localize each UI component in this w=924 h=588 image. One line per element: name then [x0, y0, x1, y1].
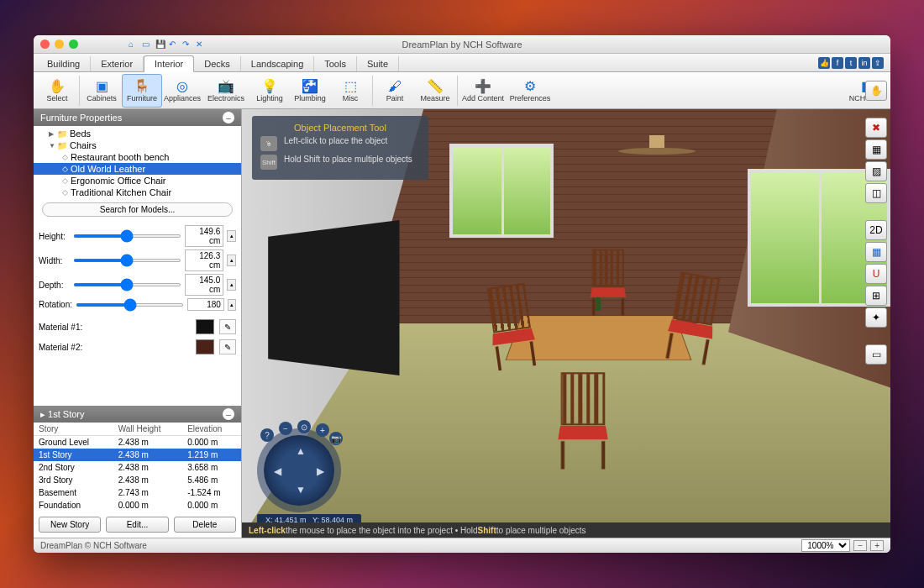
texture-tool-icon[interactable]: ▨ [865, 161, 887, 181]
story-row[interactable]: 2nd Story2.438 m3.658 m [34, 461, 241, 474]
nav-help-button[interactable]: ? [260, 428, 274, 442]
cancel-icon[interactable]: ✕ [196, 39, 206, 50]
dimension-tool-icon[interactable]: ⊞ [865, 286, 887, 306]
collapse-panel-button[interactable]: – [223, 112, 234, 123]
zoom-select[interactable]: 1000% [801, 539, 850, 552]
plumbing-tool[interactable]: 🚰Plumbing [290, 74, 330, 108]
search-models-button[interactable]: Search for Models... [42, 202, 233, 217]
redo-icon[interactable]: ↷ [182, 39, 192, 50]
tab-decks[interactable]: Decks [194, 56, 241, 71]
add-content-tool[interactable]: ➕Add Content [459, 74, 507, 108]
share-icon[interactable]: ⇪ [872, 57, 884, 69]
screenshot-tool-icon[interactable]: ▭ [865, 344, 887, 365]
measure-tool[interactable]: 📏Measure [415, 74, 455, 108]
nav-zoom-out-button[interactable]: − [279, 422, 292, 435]
rotation-value[interactable]: 180 [187, 298, 224, 311]
nav-camera-button[interactable]: 📷 [329, 432, 343, 445]
view-2d-tool-icon[interactable]: 2D [865, 220, 887, 240]
hint-bar: Left-click the mouse to place the object… [242, 522, 890, 538]
delete-tool-icon[interactable]: ✖ [865, 118, 887, 138]
tree-item-ergo[interactable]: ◇Ergonomic Office Chair [34, 175, 241, 186]
nav-left-button[interactable]: ◀ [274, 465, 281, 477]
edit-story-button[interactable]: Edit... [106, 517, 168, 533]
misc-tool[interactable]: ⬚Misc [330, 74, 370, 108]
faucet-icon: 🚰 [302, 79, 318, 94]
tree-item-booth[interactable]: ◇Restaurant booth bench [34, 151, 241, 163]
tree-folder-beds[interactable]: ▶📁Beds [34, 128, 241, 139]
minimize-window-button[interactable] [55, 39, 64, 49]
main-area: Furniture Properties – ▶📁Beds ▼📁Chairs ◇… [34, 109, 890, 538]
nav-zoom-in-button[interactable]: + [316, 423, 329, 437]
facebook-icon[interactable]: f [832, 57, 843, 69]
depth-slider[interactable] [73, 283, 181, 286]
story-row[interactable]: Foundation0.000 m0.000 m [34, 499, 241, 512]
nav-right-button[interactable]: ▶ [317, 465, 324, 477]
snap-tool-icon[interactable]: U [865, 264, 887, 284]
paint-tool[interactable]: 🖌Paint [375, 74, 415, 108]
depth-stepper[interactable]: ▴ [227, 279, 236, 291]
undo-icon[interactable]: ↶ [169, 39, 179, 50]
story-row[interactable]: Ground Level2.438 m0.000 m [34, 436, 241, 449]
pan-tool-icon[interactable]: ✋ [865, 81, 887, 101]
story-row[interactable]: Basement2.743 m-1.524 m [34, 486, 241, 499]
close-window-button[interactable] [40, 39, 50, 49]
story-row[interactable]: 1st Story2.438 m1.219 m [34, 449, 241, 461]
twitter-icon[interactable]: t [845, 57, 857, 69]
cabinets-tool[interactable]: ▣Cabinets [81, 74, 122, 108]
tab-exterior[interactable]: Exterior [91, 56, 144, 71]
select-tool[interactable]: ✋Select [37, 74, 77, 108]
home-icon[interactable]: ⌂ [129, 39, 139, 50]
grid-tool-icon[interactable]: ▦ [865, 242, 887, 262]
save-icon[interactable]: 💾 [155, 39, 165, 50]
width-stepper[interactable]: ▴ [227, 255, 236, 266]
height-value[interactable]: 149.6 cm [185, 225, 224, 247]
layers-tool-icon[interactable]: ◫ [865, 183, 887, 203]
nav-up-button[interactable]: ▲ [296, 445, 306, 457]
rotation-stepper[interactable]: ▴ [228, 299, 236, 311]
width-value[interactable]: 126.3 cm [185, 249, 224, 271]
tab-suite[interactable]: Suite [357, 56, 399, 71]
height-stepper[interactable]: ▴ [227, 230, 236, 242]
furniture-tool[interactable]: 🪑Furniture [122, 74, 162, 108]
material-1-edit[interactable]: ✎ [219, 319, 236, 334]
story-row[interactable]: 3rd Story2.438 m5.486 m [34, 474, 241, 486]
lamp-icon: 💡 [261, 79, 278, 94]
electronics-tool[interactable]: 📺Electronics [202, 74, 249, 108]
zoom-out-button[interactable]: − [853, 540, 867, 551]
collapse-story-button[interactable]: – [223, 408, 234, 420]
height-slider[interactable] [73, 234, 181, 238]
delete-story-button[interactable]: Delete [174, 517, 236, 533]
nav-down-button[interactable]: ▼ [296, 484, 306, 496]
compass-tool-icon[interactable]: ✦ [865, 307, 887, 328]
width-slider[interactable] [73, 259, 181, 262]
zoom-window-button[interactable] [69, 39, 78, 49]
bottle [596, 297, 601, 311]
zoom-in-button[interactable]: + [870, 540, 884, 551]
ribbon-tabs: Building Exterior Interior Decks Landsca… [34, 54, 890, 72]
ribbon-toolbar: ✋Select ▣Cabinets 🪑Furniture ◎Appliances… [34, 72, 890, 109]
depth-row: Depth: 145.0 cm ▴ [39, 274, 236, 296]
linkedin-icon[interactable]: in [858, 57, 870, 69]
like-icon[interactable]: 👍 [818, 57, 830, 69]
wall-tool-icon[interactable]: ▦ [865, 139, 887, 160]
material-1-swatch[interactable] [196, 319, 214, 334]
tv-icon: 📺 [218, 79, 234, 94]
lighting-tool[interactable]: 💡Lighting [249, 74, 290, 108]
nav-reset-button[interactable]: ⊙ [297, 420, 311, 433]
appliances-tool[interactable]: ◎Appliances [162, 74, 202, 108]
tree-item-kitchen[interactable]: ◇Traditional Kitchen Chair [34, 186, 241, 198]
tree-item-leather[interactable]: ◇Old World Leather [34, 163, 241, 175]
3d-viewport[interactable]: Object Placement Tool 🖱Left-click to pla… [242, 109, 890, 538]
preferences-tool[interactable]: ⚙Preferences [507, 74, 554, 108]
material-2-edit[interactable]: ✎ [219, 339, 236, 354]
material-2-swatch[interactable] [196, 339, 214, 354]
tab-tools[interactable]: Tools [314, 56, 357, 71]
tab-landscaping[interactable]: Landscaping [241, 56, 314, 71]
rotation-slider[interactable] [76, 303, 184, 307]
tab-interior[interactable]: Interior [144, 55, 194, 72]
tree-folder-chairs[interactable]: ▼📁Chairs [34, 139, 241, 151]
depth-value[interactable]: 145.0 cm [185, 274, 224, 296]
new-story-button[interactable]: New Story [39, 517, 101, 533]
open-icon[interactable]: ▭ [142, 39, 152, 50]
tab-building[interactable]: Building [37, 56, 91, 71]
